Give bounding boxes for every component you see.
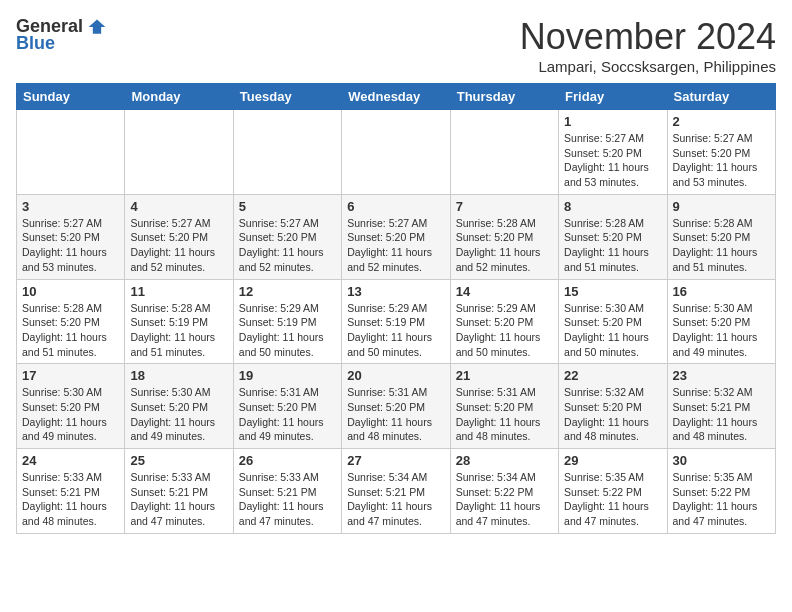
- day-info: Sunrise: 5:35 AM Sunset: 5:22 PM Dayligh…: [564, 470, 661, 529]
- weekday-header-wednesday: Wednesday: [342, 84, 450, 110]
- day-number: 7: [456, 199, 553, 214]
- day-number: 14: [456, 284, 553, 299]
- calendar-day-12: 12Sunrise: 5:29 AM Sunset: 5:19 PM Dayli…: [233, 279, 341, 364]
- calendar-day-14: 14Sunrise: 5:29 AM Sunset: 5:20 PM Dayli…: [450, 279, 558, 364]
- day-number: 18: [130, 368, 227, 383]
- day-info: Sunrise: 5:28 AM Sunset: 5:20 PM Dayligh…: [456, 216, 553, 275]
- calendar-day-16: 16Sunrise: 5:30 AM Sunset: 5:20 PM Dayli…: [667, 279, 775, 364]
- day-number: 17: [22, 368, 119, 383]
- month-title: November 2024: [520, 16, 776, 58]
- day-info: Sunrise: 5:27 AM Sunset: 5:20 PM Dayligh…: [564, 131, 661, 190]
- day-info: Sunrise: 5:33 AM Sunset: 5:21 PM Dayligh…: [22, 470, 119, 529]
- calendar-day-30: 30Sunrise: 5:35 AM Sunset: 5:22 PM Dayli…: [667, 449, 775, 534]
- calendar-day-17: 17Sunrise: 5:30 AM Sunset: 5:20 PM Dayli…: [17, 364, 125, 449]
- day-number: 12: [239, 284, 336, 299]
- day-info: Sunrise: 5:31 AM Sunset: 5:20 PM Dayligh…: [347, 385, 444, 444]
- calendar-day-7: 7Sunrise: 5:28 AM Sunset: 5:20 PM Daylig…: [450, 194, 558, 279]
- calendar-empty-cell: [450, 110, 558, 195]
- day-info: Sunrise: 5:29 AM Sunset: 5:20 PM Dayligh…: [456, 301, 553, 360]
- calendar-day-27: 27Sunrise: 5:34 AM Sunset: 5:21 PM Dayli…: [342, 449, 450, 534]
- day-info: Sunrise: 5:32 AM Sunset: 5:21 PM Dayligh…: [673, 385, 770, 444]
- day-number: 5: [239, 199, 336, 214]
- day-number: 9: [673, 199, 770, 214]
- day-number: 11: [130, 284, 227, 299]
- calendar-day-24: 24Sunrise: 5:33 AM Sunset: 5:21 PM Dayli…: [17, 449, 125, 534]
- day-number: 28: [456, 453, 553, 468]
- day-info: Sunrise: 5:30 AM Sunset: 5:20 PM Dayligh…: [130, 385, 227, 444]
- day-info: Sunrise: 5:34 AM Sunset: 5:22 PM Dayligh…: [456, 470, 553, 529]
- day-info: Sunrise: 5:34 AM Sunset: 5:21 PM Dayligh…: [347, 470, 444, 529]
- calendar-day-5: 5Sunrise: 5:27 AM Sunset: 5:20 PM Daylig…: [233, 194, 341, 279]
- day-info: Sunrise: 5:30 AM Sunset: 5:20 PM Dayligh…: [22, 385, 119, 444]
- calendar-empty-cell: [233, 110, 341, 195]
- day-number: 26: [239, 453, 336, 468]
- day-info: Sunrise: 5:31 AM Sunset: 5:20 PM Dayligh…: [456, 385, 553, 444]
- weekday-header-thursday: Thursday: [450, 84, 558, 110]
- calendar-day-6: 6Sunrise: 5:27 AM Sunset: 5:20 PM Daylig…: [342, 194, 450, 279]
- calendar-empty-cell: [17, 110, 125, 195]
- day-number: 24: [22, 453, 119, 468]
- day-number: 15: [564, 284, 661, 299]
- calendar-day-29: 29Sunrise: 5:35 AM Sunset: 5:22 PM Dayli…: [559, 449, 667, 534]
- day-number: 20: [347, 368, 444, 383]
- svg-marker-0: [89, 19, 106, 33]
- day-number: 29: [564, 453, 661, 468]
- logo: General Blue: [16, 16, 107, 54]
- calendar-empty-cell: [125, 110, 233, 195]
- weekday-header-saturday: Saturday: [667, 84, 775, 110]
- calendar-empty-cell: [342, 110, 450, 195]
- day-number: 25: [130, 453, 227, 468]
- calendar-day-20: 20Sunrise: 5:31 AM Sunset: 5:20 PM Dayli…: [342, 364, 450, 449]
- weekday-header-friday: Friday: [559, 84, 667, 110]
- calendar-day-15: 15Sunrise: 5:30 AM Sunset: 5:20 PM Dayli…: [559, 279, 667, 364]
- title-block: November 2024 Lampari, Soccsksargen, Phi…: [520, 16, 776, 75]
- calendar-day-4: 4Sunrise: 5:27 AM Sunset: 5:20 PM Daylig…: [125, 194, 233, 279]
- calendar-day-28: 28Sunrise: 5:34 AM Sunset: 5:22 PM Dayli…: [450, 449, 558, 534]
- day-number: 21: [456, 368, 553, 383]
- day-info: Sunrise: 5:35 AM Sunset: 5:22 PM Dayligh…: [673, 470, 770, 529]
- day-number: 6: [347, 199, 444, 214]
- calendar-week-row: 24Sunrise: 5:33 AM Sunset: 5:21 PM Dayli…: [17, 449, 776, 534]
- location-subtitle: Lampari, Soccsksargen, Philippines: [520, 58, 776, 75]
- weekday-header-tuesday: Tuesday: [233, 84, 341, 110]
- logo-blue-text: Blue: [16, 33, 55, 54]
- day-info: Sunrise: 5:28 AM Sunset: 5:20 PM Dayligh…: [673, 216, 770, 275]
- day-info: Sunrise: 5:28 AM Sunset: 5:19 PM Dayligh…: [130, 301, 227, 360]
- day-number: 16: [673, 284, 770, 299]
- day-number: 22: [564, 368, 661, 383]
- calendar-day-23: 23Sunrise: 5:32 AM Sunset: 5:21 PM Dayli…: [667, 364, 775, 449]
- day-number: 10: [22, 284, 119, 299]
- day-info: Sunrise: 5:27 AM Sunset: 5:20 PM Dayligh…: [347, 216, 444, 275]
- calendar-day-18: 18Sunrise: 5:30 AM Sunset: 5:20 PM Dayli…: [125, 364, 233, 449]
- calendar-week-row: 1Sunrise: 5:27 AM Sunset: 5:20 PM Daylig…: [17, 110, 776, 195]
- day-number: 1: [564, 114, 661, 129]
- weekday-header-sunday: Sunday: [17, 84, 125, 110]
- day-info: Sunrise: 5:29 AM Sunset: 5:19 PM Dayligh…: [239, 301, 336, 360]
- day-info: Sunrise: 5:29 AM Sunset: 5:19 PM Dayligh…: [347, 301, 444, 360]
- calendar-day-10: 10Sunrise: 5:28 AM Sunset: 5:20 PM Dayli…: [17, 279, 125, 364]
- day-info: Sunrise: 5:27 AM Sunset: 5:20 PM Dayligh…: [130, 216, 227, 275]
- calendar-header-row: SundayMondayTuesdayWednesdayThursdayFrid…: [17, 84, 776, 110]
- calendar-day-21: 21Sunrise: 5:31 AM Sunset: 5:20 PM Dayli…: [450, 364, 558, 449]
- calendar-day-13: 13Sunrise: 5:29 AM Sunset: 5:19 PM Dayli…: [342, 279, 450, 364]
- calendar-day-9: 9Sunrise: 5:28 AM Sunset: 5:20 PM Daylig…: [667, 194, 775, 279]
- day-info: Sunrise: 5:33 AM Sunset: 5:21 PM Dayligh…: [239, 470, 336, 529]
- day-number: 8: [564, 199, 661, 214]
- day-info: Sunrise: 5:28 AM Sunset: 5:20 PM Dayligh…: [22, 301, 119, 360]
- day-info: Sunrise: 5:33 AM Sunset: 5:21 PM Dayligh…: [130, 470, 227, 529]
- logo-icon: [87, 17, 107, 37]
- day-info: Sunrise: 5:32 AM Sunset: 5:20 PM Dayligh…: [564, 385, 661, 444]
- calendar-week-row: 17Sunrise: 5:30 AM Sunset: 5:20 PM Dayli…: [17, 364, 776, 449]
- day-info: Sunrise: 5:30 AM Sunset: 5:20 PM Dayligh…: [564, 301, 661, 360]
- calendar-day-19: 19Sunrise: 5:31 AM Sunset: 5:20 PM Dayli…: [233, 364, 341, 449]
- day-info: Sunrise: 5:27 AM Sunset: 5:20 PM Dayligh…: [22, 216, 119, 275]
- calendar-week-row: 10Sunrise: 5:28 AM Sunset: 5:20 PM Dayli…: [17, 279, 776, 364]
- day-info: Sunrise: 5:28 AM Sunset: 5:20 PM Dayligh…: [564, 216, 661, 275]
- day-info: Sunrise: 5:31 AM Sunset: 5:20 PM Dayligh…: [239, 385, 336, 444]
- day-info: Sunrise: 5:30 AM Sunset: 5:20 PM Dayligh…: [673, 301, 770, 360]
- day-number: 23: [673, 368, 770, 383]
- calendar-day-2: 2Sunrise: 5:27 AM Sunset: 5:20 PM Daylig…: [667, 110, 775, 195]
- calendar-table: SundayMondayTuesdayWednesdayThursdayFrid…: [16, 83, 776, 534]
- day-number: 2: [673, 114, 770, 129]
- day-number: 30: [673, 453, 770, 468]
